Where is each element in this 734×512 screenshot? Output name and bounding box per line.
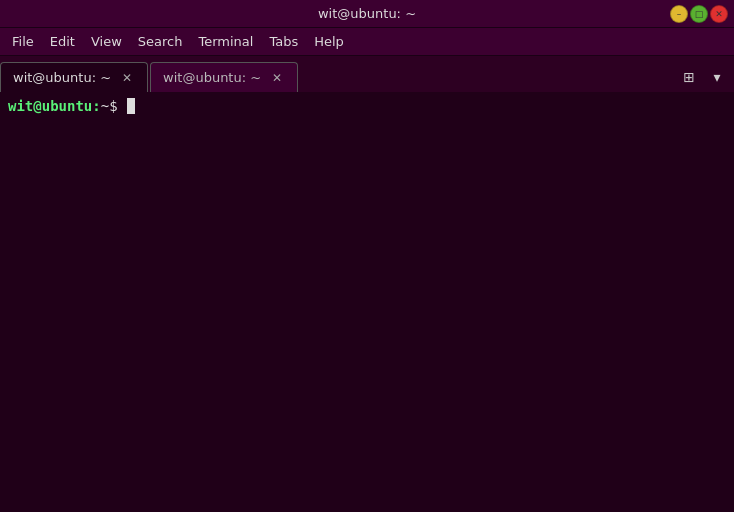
menu-item-search[interactable]: Search [130,31,191,52]
terminal-prompt: wit@ubuntu:~$ [8,98,726,114]
maximize-icon: □ [695,9,704,19]
menu-bar: File Edit View Search Terminal Tabs Help [0,28,734,56]
terminal-cursor [127,98,135,114]
dropdown-icon: ▾ [713,69,720,85]
title-bar: wit@ubuntu: ~ – □ ✕ [0,0,734,28]
title-bar-text: wit@ubuntu: ~ [318,6,416,21]
tab-2-label: wit@ubuntu: ~ [163,70,261,85]
tab-scroll-button[interactable]: ⊞ [676,64,702,90]
close-button[interactable]: ✕ [710,5,728,23]
menu-item-terminal[interactable]: Terminal [190,31,261,52]
tab-dropdown-button[interactable]: ▾ [704,64,730,90]
prompt-symbol: $ [109,98,126,114]
tab-2-close[interactable]: ✕ [269,70,285,86]
menu-item-view[interactable]: View [83,31,130,52]
menu-item-help[interactable]: Help [306,31,352,52]
menu-item-tabs[interactable]: Tabs [261,31,306,52]
maximize-button[interactable]: □ [690,5,708,23]
menu-item-file[interactable]: File [4,31,42,52]
tab-1[interactable]: wit@ubuntu: ~ ✕ [0,62,148,92]
tab-1-close[interactable]: ✕ [119,70,135,86]
minimize-icon: – [677,9,682,19]
terminal-area[interactable]: wit@ubuntu:~$ [0,92,734,512]
tab-bar: wit@ubuntu: ~ ✕ wit@ubuntu: ~ ✕ ⊞ ▾ [0,56,734,92]
prompt-user: wit@ubuntu: [8,98,101,114]
tab-2[interactable]: wit@ubuntu: ~ ✕ [150,62,298,92]
prompt-dir: ~ [101,98,109,114]
close-icon: ✕ [715,9,723,19]
scroll-icon: ⊞ [683,69,695,85]
minimize-button[interactable]: – [670,5,688,23]
window-controls: – □ ✕ [670,5,728,23]
menu-item-edit[interactable]: Edit [42,31,83,52]
tab-bar-actions: ⊞ ▾ [676,62,734,92]
tab-1-label: wit@ubuntu: ~ [13,70,111,85]
